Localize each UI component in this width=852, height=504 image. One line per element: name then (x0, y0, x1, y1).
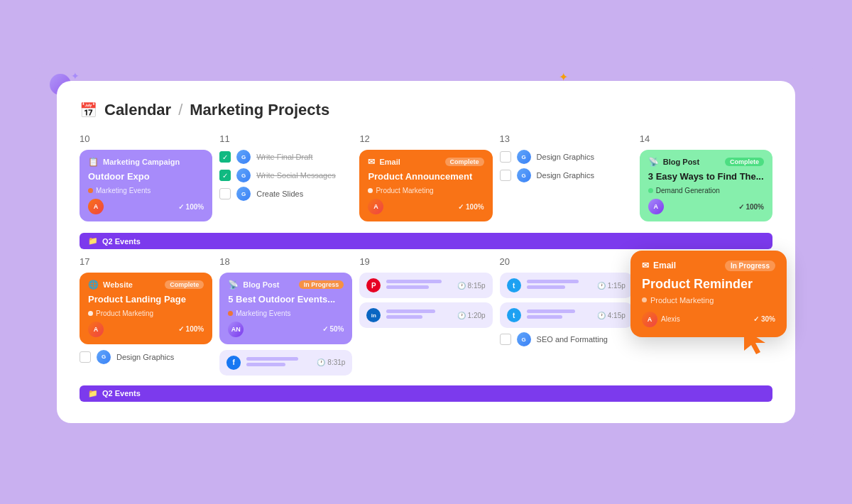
social-line-2 (386, 315, 422, 319)
social-line-2 (246, 363, 285, 366)
card-label: Website (103, 280, 133, 289)
email-icon: ✉ (642, 261, 649, 270)
checkbox-1[interactable]: ✓ (219, 151, 231, 163)
title-text: Calendar (104, 101, 171, 119)
task-text: Design Graphics (116, 353, 174, 361)
dot (228, 311, 233, 316)
card-badge: Complete (165, 280, 204, 289)
task-text: SEO and Formatting (537, 335, 608, 344)
day-20: 20 t 🕐 1:15p t (500, 256, 633, 380)
checkbox[interactable] (500, 151, 511, 163)
checkbox[interactable] (500, 334, 511, 345)
day-13-num: 13 (500, 133, 633, 144)
card-icon: 🌐 (88, 280, 99, 290)
week2-grid: 17 🌐 Website Complete Product Landing Pa… (80, 256, 772, 380)
dot (368, 188, 373, 193)
progress: ✓ 30% (753, 315, 775, 323)
day-19-num: 19 (359, 256, 492, 267)
card-header: 📡 Blog Post Complete (648, 157, 764, 167)
card-footer: A ✓ 100% (368, 199, 484, 214)
social-lines (527, 280, 591, 291)
day-10-num: 10 (80, 133, 212, 144)
progress: ✓ 100% (178, 203, 204, 211)
email-subtitle: Product Marketing (642, 296, 775, 305)
email-label: Email (653, 261, 676, 270)
task-write-final[interactable]: ✓ G Write Final Draft (219, 150, 352, 164)
day-10: 10 📋 Marketing Campaign Outdoor Expo Mar… (80, 133, 212, 227)
email-footer: A Alexis ✓ 30% (642, 312, 775, 327)
card-subtitle: Demand Generation (648, 187, 764, 195)
day-21: 21 ✉ Email In Progress Product Reminder … (640, 256, 772, 380)
floating-email-card[interactable]: ✉ Email In Progress Product Reminder Pro… (630, 251, 787, 337)
outer-container: ✦ ⬟ ✦ ⬟ 📅 Calendar / Marketing Projects … (36, 60, 816, 444)
task-text: Write Final Draft (256, 153, 312, 161)
twitter-post-1[interactable]: t 🕐 1:15p (500, 273, 633, 298)
avatar: A (368, 199, 383, 214)
social-lines (386, 309, 451, 321)
task-write-social[interactable]: ✓ G Write Social Messages (219, 168, 352, 182)
blog-post-card-2[interactable]: 📡 Blog Post In Progress 5 Best Outdoor E… (219, 273, 352, 344)
pinterest-post[interactable]: P 🕐 8:15p (359, 273, 492, 298)
card-icon: ✉ (368, 157, 375, 167)
task-avatar: G (236, 187, 251, 201)
day-14-num: 14 (640, 133, 772, 144)
social-line-1 (527, 280, 579, 283)
card-subtitle: Marketing Events (88, 187, 204, 195)
card-badge: Complete (725, 158, 764, 166)
card-label: Blog Post (663, 158, 699, 166)
task-design-2[interactable]: G Design Graphics (500, 168, 633, 182)
task-text: Design Graphics (537, 171, 594, 180)
checkbox-2[interactable]: ✓ (219, 170, 231, 181)
task-design-1[interactable]: G Design Graphics (500, 150, 633, 164)
section-bar-2: 📁 Q2 Events (80, 385, 772, 402)
facebook-icon: f (226, 356, 241, 370)
section-label-2: Q2 Events (102, 389, 141, 398)
progress: ✓ 100% (738, 203, 764, 211)
marketing-campaign-card[interactable]: 📋 Marketing Campaign Outdoor Expo Market… (80, 150, 212, 221)
checkbox-3[interactable] (219, 188, 231, 199)
facebook-post[interactable]: f 🕐 8:31p (219, 350, 352, 376)
section-icon: 📁 (88, 236, 98, 246)
task-text: Design Graphics (537, 153, 594, 161)
task-design-graphics[interactable]: G Design Graphics (80, 350, 212, 364)
section-label: Q2 Events (102, 237, 141, 246)
floating-card-header: ✉ Email In Progress (642, 261, 775, 271)
social-time: 🕐 1:15p (597, 282, 626, 290)
avatar: A (88, 322, 104, 337)
week1-grid: 10 📋 Marketing Campaign Outdoor Expo Mar… (80, 133, 772, 227)
checkbox[interactable] (80, 351, 91, 363)
social-time: 🕐 1:20p (457, 312, 486, 319)
day-17: 17 🌐 Website Complete Product Landing Pa… (80, 256, 212, 380)
task-create-slides[interactable]: G Create Slides (219, 187, 352, 201)
website-card[interactable]: 🌐 Website Complete Product Landing Page … (80, 273, 212, 344)
linkedin-icon: in (366, 308, 381, 322)
inner-container: 📅 Calendar / Marketing Projects 10 📋 Mar… (57, 81, 795, 423)
social-line-1 (246, 357, 298, 361)
social-lines (246, 357, 311, 368)
task-avatar: G (517, 168, 531, 182)
svg-marker-0 (744, 329, 765, 354)
day-20-num: 20 (500, 256, 633, 267)
email-card[interactable]: ✉ Email Complete Product Announcement Pr… (359, 150, 492, 221)
blog-post-card[interactable]: 📡 Blog Post Complete 3 Easy Ways to Find… (640, 150, 772, 221)
card-icon: 📡 (228, 280, 239, 290)
day-18-num: 18 (219, 256, 352, 267)
card-title: 3 Easy Ways to Find The... (648, 171, 764, 183)
email-badge: In Progress (725, 261, 775, 271)
social-line-1 (527, 309, 575, 313)
section-icon-2: 📁 (88, 389, 98, 398)
twitter-post-2[interactable]: t 🕐 4:15p (500, 302, 633, 328)
card-icon: 📋 (88, 157, 99, 167)
task-seo[interactable]: G SEO and Formatting (500, 332, 633, 346)
card-title: Outdoor Expo (88, 171, 204, 183)
social-line-2 (527, 315, 562, 319)
day-18: 18 📡 Blog Post In Progress 5 Best Outdoo… (219, 256, 352, 380)
linkedin-post[interactable]: in 🕐 1:20p (359, 302, 492, 328)
task-avatar: G (97, 350, 111, 364)
checkbox[interactable] (500, 170, 511, 181)
avatar: A (642, 312, 657, 327)
social-time: 🕐 8:15p (457, 282, 486, 290)
avatar-name: Alexis (661, 315, 680, 323)
task-avatar: G (236, 168, 251, 182)
dot (642, 297, 647, 302)
